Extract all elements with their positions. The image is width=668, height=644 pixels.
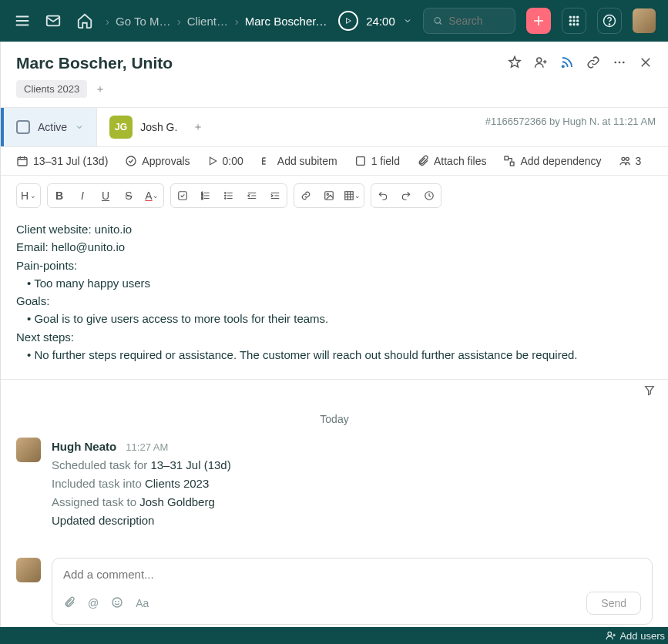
svg-rect-20	[356, 157, 364, 166]
add-dependency[interactable]: Add dependency	[503, 155, 601, 167]
task-title[interactable]: Marc Boscher, Unito	[16, 54, 500, 72]
assignee-avatar: JG	[109, 116, 133, 139]
activity-date-label: Today	[16, 413, 653, 425]
search-field[interactable]	[448, 15, 505, 27]
svg-rect-25	[179, 192, 187, 200]
apps-icon[interactable]	[562, 8, 586, 34]
heading-button[interactable]: H⌄	[17, 184, 40, 207]
format-icon[interactable]: Aa	[136, 597, 149, 609]
help-icon[interactable]	[597, 8, 622, 34]
attach-icon[interactable]	[63, 596, 76, 611]
mention-icon[interactable]: @	[88, 597, 99, 609]
filter-icon[interactable]	[643, 384, 656, 399]
svg-point-24	[626, 157, 629, 160]
breadcrumb-0[interactable]: Go To Mark	[116, 15, 171, 28]
user-avatar[interactable]	[633, 8, 656, 33]
svg-rect-32	[325, 192, 334, 200]
menu-icon[interactable]	[12, 10, 32, 32]
assignee-name: Josh G.	[140, 121, 177, 133]
task-header: Marc Boscher, Unito Clients 2023 ＋	[1, 42, 668, 107]
approvals-field[interactable]: Approvals	[125, 155, 190, 167]
insert-image-button[interactable]	[317, 184, 341, 207]
assignee[interactable]: JG Josh G. ＋	[97, 108, 216, 146]
svg-point-8	[569, 24, 571, 25]
ordered-list-button[interactable]: 123	[194, 184, 217, 207]
italic-button[interactable]: I	[71, 184, 94, 207]
svg-point-6	[573, 20, 575, 22]
indent-button[interactable]	[264, 184, 287, 207]
add-subitem[interactable]: Add subitem	[260, 155, 337, 167]
play-icon[interactable]	[338, 11, 358, 31]
svg-point-16	[619, 61, 621, 63]
rss-icon[interactable]	[560, 55, 574, 72]
desc-bullet: No further steps required or assistance.…	[27, 346, 653, 364]
svg-point-12	[609, 24, 609, 25]
topbar: › Go To Mark › Clients 2 › Marc Boscher,…	[0, 0, 668, 42]
insert-table-button[interactable]: ⌄	[341, 184, 364, 207]
desc-line: Email: hello@unito.io	[16, 238, 653, 256]
time-tracked[interactable]: 0:00	[207, 155, 243, 167]
svg-point-38	[119, 601, 119, 602]
timer-value: 24:00	[366, 15, 395, 28]
breadcrumbs: › Go To Mark › Clients 2 › Marc Boscher,…	[106, 15, 327, 28]
history-button[interactable]	[418, 184, 441, 207]
svg-point-17	[623, 61, 625, 63]
add-user-icon[interactable]	[534, 55, 548, 72]
author-name[interactable]: Hugh Neato	[52, 440, 116, 453]
emoji-icon[interactable]	[111, 596, 123, 611]
project-tag[interactable]: Clients 2023	[16, 80, 87, 98]
outdent-button[interactable]	[240, 184, 264, 207]
underline-button[interactable]: U	[94, 184, 117, 207]
mail-icon[interactable]	[43, 10, 63, 32]
svg-rect-34	[345, 192, 354, 200]
insert-link-button[interactable]	[294, 184, 317, 207]
people-count[interactable]: 3	[619, 155, 642, 167]
attach-files[interactable]: Attach files	[417, 155, 486, 167]
svg-point-23	[622, 157, 625, 160]
rte-toolbar: H⌄ B I U S A⌄ 123 ⌄	[1, 176, 668, 213]
undo-button[interactable]	[371, 184, 394, 207]
send-button[interactable]: Send	[586, 592, 641, 615]
comment-box[interactable]: @ Aa Send	[52, 558, 653, 625]
svg-point-29	[225, 193, 226, 193]
description-editor[interactable]: Client website: unito.io Email: hello@un…	[1, 213, 668, 379]
add-assignee-icon[interactable]: ＋	[193, 120, 203, 134]
breadcrumb-2[interactable]: Marc Boscher, Ur	[245, 15, 327, 28]
comment-composer: @ Aa Send	[1, 545, 668, 640]
svg-point-13	[537, 58, 542, 62]
add-users-button[interactable]: Add users	[606, 630, 665, 642]
comment-input[interactable]	[63, 568, 641, 581]
star-icon[interactable]	[508, 55, 522, 72]
desc-line: Goals:	[16, 292, 653, 310]
chevron-down-icon	[403, 16, 412, 25]
svg-point-33	[327, 193, 328, 195]
timer[interactable]: 24:00	[338, 11, 412, 31]
strike-button[interactable]: S	[117, 184, 140, 207]
close-icon[interactable]	[639, 55, 653, 72]
dates-field[interactable]: 13–31 Jul (13d)	[16, 155, 108, 167]
status-checkbox[interactable]	[16, 120, 30, 134]
add-tag-icon[interactable]: ＋	[95, 82, 106, 96]
self-avatar[interactable]	[16, 558, 41, 582]
checklist-button[interactable]	[171, 184, 194, 207]
bullet-list-button[interactable]	[217, 184, 240, 207]
author-avatar[interactable]	[16, 438, 41, 462]
redo-button[interactable]	[394, 184, 418, 207]
text-color-button[interactable]: A⌄	[140, 184, 163, 207]
home-icon[interactable]	[75, 10, 95, 32]
svg-point-4	[576, 16, 578, 18]
svg-rect-18	[18, 157, 27, 166]
svg-point-2	[569, 16, 571, 18]
breadcrumb-1[interactable]: Clients 2	[187, 15, 229, 28]
more-icon[interactable]	[613, 55, 626, 72]
svg-point-19	[126, 156, 136, 166]
fields[interactable]: 1 field	[354, 155, 400, 167]
meta-toolbar: 13–31 Jul (13d) Approvals 0:00 Add subit…	[1, 147, 668, 176]
bold-button[interactable]: B	[48, 184, 71, 207]
add-button[interactable]	[526, 8, 551, 34]
svg-point-9	[573, 24, 575, 25]
svg-point-37	[116, 601, 116, 602]
link-icon[interactable]	[586, 55, 600, 72]
status-select[interactable]: Active	[1, 108, 97, 146]
search-input[interactable]	[423, 8, 515, 34]
